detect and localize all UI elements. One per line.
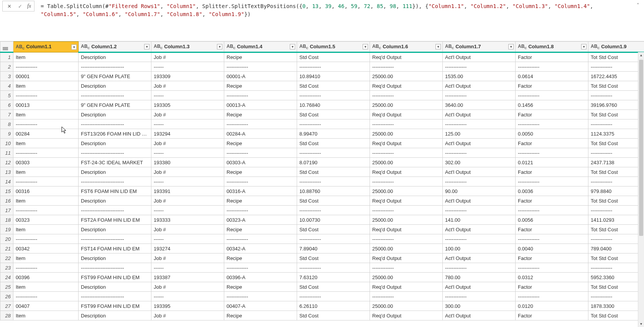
cell[interactable]: 0.0312: [516, 273, 588, 282]
cell[interactable]: ------: [151, 91, 224, 100]
cell[interactable]: FST14 FOAM HIN LID EM: [79, 244, 151, 253]
table-row[interactable]: 4ItemDescriptionJob #RecipeStd CostReq'd…: [0, 81, 644, 91]
cell[interactable]: Req'd Output: [370, 110, 443, 119]
cell[interactable]: Tot Std Cost: [588, 81, 644, 91]
cell[interactable]: 00303: [13, 158, 79, 167]
row-number[interactable]: 26: [0, 292, 13, 301]
cell[interactable]: Item: [13, 81, 79, 91]
cell[interactable]: 25000.00: [370, 273, 443, 282]
cell[interactable]: 25000.00: [370, 158, 443, 167]
cell[interactable]: 00001-A: [224, 72, 297, 81]
cell[interactable]: 00342: [13, 244, 79, 253]
cell[interactable]: Act'l Output: [443, 196, 516, 206]
cell[interactable]: -------------: [443, 148, 516, 158]
vertical-scrollbar[interactable]: ▴ ▾: [638, 52, 644, 327]
row-number[interactable]: 7: [0, 110, 13, 119]
cell[interactable]: Std Cost: [297, 167, 370, 177]
row-number[interactable]: 1: [0, 52, 13, 62]
row-number[interactable]: 6: [0, 100, 13, 110]
table-row[interactable]: 2---------------------------------------…: [0, 62, 644, 72]
cell[interactable]: 25000.00: [370, 186, 443, 196]
cell[interactable]: 193294: [151, 129, 224, 139]
cell[interactable]: 10.89410: [297, 72, 370, 81]
cell[interactable]: Tot Std Cost: [588, 139, 644, 148]
cell[interactable]: Recipe: [224, 139, 297, 148]
column-header-6[interactable]: ABCColumn1.6▾: [370, 42, 443, 52]
cell[interactable]: -------------: [588, 292, 644, 301]
row-number[interactable]: 23: [0, 263, 13, 273]
column-dropdown-icon[interactable]: ▾: [435, 44, 441, 49]
cell[interactable]: Job #: [151, 81, 224, 91]
cell[interactable]: Std Cost: [297, 81, 370, 91]
cell[interactable]: Req'd Output: [370, 52, 443, 62]
table-row[interactable]: 6000139" GEN FOAM PLATE19330500013-A10.7…: [0, 100, 644, 110]
cell[interactable]: -------------: [13, 234, 79, 244]
cell[interactable]: Factor: [516, 196, 588, 206]
scroll-up-icon[interactable]: ▴: [638, 52, 644, 58]
cell[interactable]: 00001: [13, 72, 79, 81]
cell[interactable]: 00284-A: [224, 129, 297, 139]
table-row[interactable]: 5---------------------------------------…: [0, 91, 644, 100]
cell[interactable]: 39196.9760: [588, 100, 644, 110]
cell[interactable]: 0.0120: [516, 301, 588, 311]
cell[interactable]: --------------------------: [79, 234, 151, 244]
cell[interactable]: 0.0056: [516, 215, 588, 225]
row-number[interactable]: 9: [0, 129, 13, 139]
cell[interactable]: Act'l Output: [443, 110, 516, 119]
column-dropdown-icon[interactable]: ▾: [217, 44, 222, 49]
row-number[interactable]: 12: [0, 158, 13, 167]
cell[interactable]: 00316: [13, 186, 79, 196]
cell[interactable]: ------: [151, 206, 224, 215]
cell[interactable]: --------------------------: [79, 292, 151, 301]
cell[interactable]: Item: [13, 139, 79, 148]
cell[interactable]: 00396: [13, 273, 79, 282]
cell[interactable]: Item: [13, 311, 79, 320]
cell[interactable]: 193309: [151, 72, 224, 81]
cell[interactable]: 00323: [13, 215, 79, 225]
cell[interactable]: -------------: [370, 62, 443, 72]
cell[interactable]: 7.63120: [297, 273, 370, 282]
cell[interactable]: -------------: [516, 148, 588, 158]
cell[interactable]: 979.8840: [588, 186, 644, 196]
cell[interactable]: 0.0040: [516, 244, 588, 253]
column-dropdown-icon[interactable]: ▾: [508, 44, 514, 49]
cell[interactable]: Act'l Output: [443, 282, 516, 292]
cell[interactable]: 00396-A: [224, 273, 297, 282]
column-dropdown-icon[interactable]: ▾: [290, 44, 295, 49]
cell[interactable]: ------: [151, 263, 224, 273]
cell[interactable]: 00013-A: [224, 100, 297, 110]
cell[interactable]: -------------: [443, 62, 516, 72]
cell[interactable]: -------------: [588, 234, 644, 244]
scroll-down-icon[interactable]: ▾: [638, 321, 644, 327]
cell[interactable]: Std Cost: [297, 139, 370, 148]
cell[interactable]: 1411.0293: [588, 215, 644, 225]
table-row[interactable]: 1200303FST-24-3C IDEAL MARKET19338000303…: [0, 158, 644, 167]
collapse-formula-button[interactable]: ˄: [634, 1, 642, 8]
cell[interactable]: Act'l Output: [443, 311, 516, 320]
cell[interactable]: 780.00: [443, 273, 516, 282]
row-number[interactable]: 21: [0, 244, 13, 253]
cell[interactable]: -------------: [588, 177, 644, 186]
cell[interactable]: 00316-A: [224, 186, 297, 196]
cell[interactable]: 8.99470: [297, 129, 370, 139]
cell[interactable]: -------------: [13, 62, 79, 72]
cell[interactable]: 193380: [151, 158, 224, 167]
cell[interactable]: Req'd Output: [370, 139, 443, 148]
row-number[interactable]: 25: [0, 282, 13, 292]
cell[interactable]: Item: [13, 225, 79, 234]
cell[interactable]: 00013: [13, 100, 79, 110]
cell[interactable]: 0.0050: [516, 129, 588, 139]
cell[interactable]: 100.00: [443, 244, 516, 253]
row-number[interactable]: 5: [0, 91, 13, 100]
cell[interactable]: Std Cost: [297, 196, 370, 206]
cell[interactable]: 1124.3375: [588, 129, 644, 139]
cell[interactable]: Recipe: [224, 311, 297, 320]
cell[interactable]: --------------------------: [79, 177, 151, 186]
table-row[interactable]: 2700407FST99 FOAM HIN LID EM19339500407-…: [0, 301, 644, 311]
cell[interactable]: -------------: [13, 91, 79, 100]
cell[interactable]: -------------: [224, 206, 297, 215]
table-row[interactable]: 13ItemDescriptionJob #RecipeStd CostReq'…: [0, 167, 644, 177]
cell[interactable]: Job #: [151, 167, 224, 177]
cell[interactable]: -------------: [588, 148, 644, 158]
cell[interactable]: -------------: [443, 206, 516, 215]
